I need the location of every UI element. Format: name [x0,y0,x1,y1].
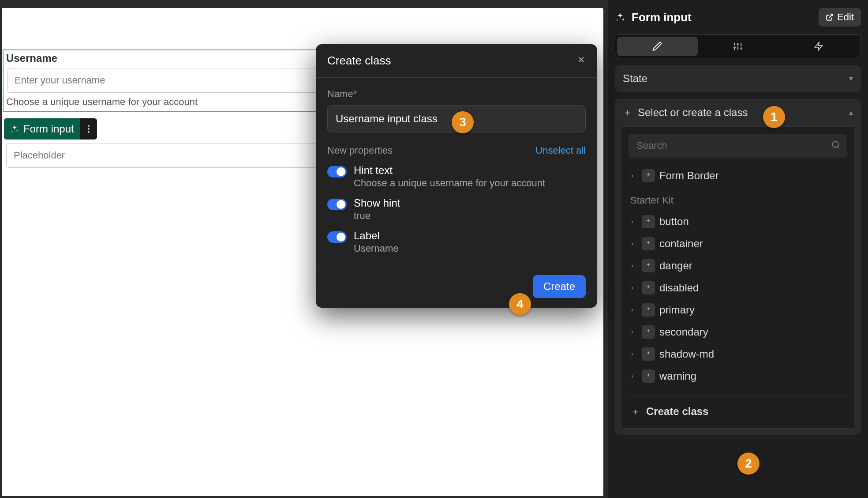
class-item-form-border[interactable]: › Form Border [629,165,847,187]
create-class-label: Create class [646,405,708,418]
class-item-icon [642,281,655,294]
more-vertical-icon [86,124,92,133]
element-badge-menu[interactable] [80,118,97,140]
tab-actions[interactable] [778,37,859,56]
create-class-row[interactable]: ＋ Create class [629,396,847,421]
state-label: State [623,72,647,85]
chevron-down-icon: ▾ [849,74,853,83]
modal-title: Create class [327,54,391,68]
plus-icon: ＋ [631,406,640,418]
sidebar-title: Form input [632,11,812,24]
class-list: › Form Border Starter Kit › button › con… [629,165,847,421]
chevron-right-icon: › [631,350,637,358]
class-item-icon [642,347,655,361]
pencil-icon [652,42,662,51]
form-hint: Choose a unique username for your accoun… [4,95,337,110]
class-item-label: container [659,238,703,250]
class-item-label: secondary [659,326,708,338]
element-badge-main[interactable]: Form input [4,118,80,140]
prop-row-show-hint: Show hint true [327,197,586,222]
prop-row-hint-text: Hint text Choose a unique username for y… [327,164,586,189]
class-item-label: disabled [659,282,699,294]
chevron-right-icon: › [631,172,637,180]
chevron-right-icon: › [631,328,637,336]
create-button[interactable]: Create [533,275,586,298]
svg-point-2 [88,131,90,133]
class-item-label: primary [659,304,695,316]
plus-icon: ＋ [623,106,632,119]
props-header: New properties Unselect all [327,145,586,156]
modal-footer: Create [316,267,597,308]
class-item-icon [642,215,655,228]
toggle-label[interactable] [327,231,347,243]
edit-button-label: Edit [837,11,854,23]
toggle-show-hint[interactable] [327,199,347,210]
element-badge-label: Form input [23,123,74,135]
step-badge-2: 2 [737,453,760,475]
placeholder-input[interactable] [6,143,335,168]
prop-row-label: Label Username [327,230,586,254]
class-item-label: warning [659,370,696,382]
chevron-right-icon: › [631,240,637,248]
class-group-label: Starter Kit [630,195,847,206]
sidebar-header: Form input Edit [615,8,861,26]
inspector-sidebar: Form input Edit State ▾ ＋ Select or crea… [608,0,868,498]
search-icon [831,140,840,151]
class-item-button[interactable]: › button [629,211,847,233]
class-item-secondary[interactable]: › secondary [629,321,847,343]
sidebar-tabs [615,34,861,58]
tab-content[interactable] [617,37,698,56]
tab-settings[interactable] [698,37,778,56]
toggle-hint-text[interactable] [327,166,347,177]
class-item-container[interactable]: › container [629,233,847,255]
close-button[interactable] [577,55,586,67]
step-badge-4: 4 [509,293,531,315]
class-item-icon [642,237,655,250]
class-panel: ＋ Select or create a class ▴ › Form Bord… [615,99,861,435]
sparkle-icon [10,124,19,133]
class-item-shadow-md[interactable]: › shadow-md [629,343,847,365]
unselect-all-link[interactable]: Unselect all [535,145,586,156]
svg-point-14 [833,142,838,147]
chevron-right-icon: › [631,262,637,270]
prop-value: Choose a unique username for your accoun… [354,177,586,189]
element-badge: Form input [4,118,97,140]
class-item-icon [642,169,655,182]
class-panel-header[interactable]: ＋ Select or create a class ▴ [615,99,861,126]
class-item-danger[interactable]: › danger [629,255,847,277]
name-field-label: Name* [327,88,586,100]
form-input-selected[interactable]: Username Choose a unique username for yo… [3,49,339,112]
chevron-right-icon: › [631,372,637,380]
edit-button[interactable]: Edit [819,8,861,26]
chevron-right-icon: › [631,284,637,292]
class-item-label: shadow-md [659,348,714,360]
form-label: Username [4,51,337,65]
class-item-label: Form Border [659,170,719,182]
prop-value: Username [354,243,586,254]
bolt-icon [814,42,823,51]
class-item-label: button [659,215,689,228]
class-item-primary[interactable]: › primary [629,299,847,321]
svg-point-1 [88,128,90,130]
form-input-unselected[interactable] [4,140,338,170]
class-search-wrap [629,134,847,158]
modal-header: Create class [316,44,597,78]
external-link-icon [826,13,834,21]
chevron-right-icon: › [631,306,637,314]
create-class-modal: Create class Name* New properties Unsele… [316,44,597,308]
class-item-disabled[interactable]: › disabled [629,277,847,299]
prop-value: true [354,210,586,222]
close-icon [577,55,586,64]
username-input[interactable] [7,68,334,93]
sparkle-icon [615,12,625,23]
modal-body: Name* New properties Unselect all Hint t… [316,78,597,267]
props-title: New properties [327,145,393,156]
state-section[interactable]: State ▾ [615,65,861,92]
svg-point-0 [88,125,90,127]
class-item-icon [642,259,655,272]
step-badge-1: 1 [763,106,785,128]
class-item-label: danger [659,260,692,272]
class-item-warning[interactable]: › warning [629,365,847,387]
class-search-input[interactable] [629,134,847,158]
svg-line-15 [838,147,839,148]
